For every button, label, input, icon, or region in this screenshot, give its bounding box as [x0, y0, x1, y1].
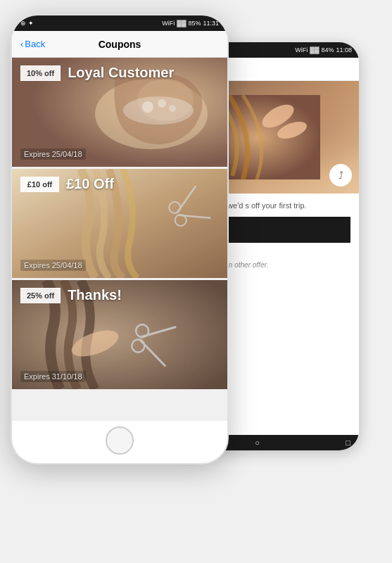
iphone-battery: 85% — [188, 20, 201, 27]
coupon-title-2: £10 Off — [66, 176, 114, 192]
iphone-status-left: ⊕ ✦ — [20, 20, 34, 27]
android-status-icons: WiFi ▓▓ 84% 11:08 — [295, 46, 352, 53]
android-time: 11:08 — [336, 46, 352, 53]
iphone-status-bar: ⊕ ✦ WiFi ▓▓ 85% 11:31 — [12, 15, 227, 31]
coupon-title-3: Thanks! — [68, 287, 122, 303]
coupon-header-1: 10% off Loyal Customer — [20, 65, 219, 81]
android-home-icon[interactable]: ○ — [255, 438, 260, 447]
iphone-nav-bar: ‹ Back Coupons — [12, 31, 227, 58]
coupon-header-3: 25% off Thanks! — [20, 287, 219, 303]
iphone-signal-icon: ▓▓ — [177, 20, 186, 27]
coupon-expires-2: Expires 25/04/18 — [20, 260, 86, 271]
coupon-badge-3: 25% off — [20, 288, 61, 303]
coupon-overlay-2: £10 off £10 Off Expires 25/04/18 — [12, 169, 227, 278]
iphone-content: 10% off Loyal Customer Expires 25/04/18 — [12, 58, 227, 421]
android-signal-icon: ▓▓ — [310, 46, 319, 53]
coupon-title-1: Loyal Customer — [68, 65, 174, 81]
android-wifi-icon: WiFi — [295, 46, 308, 53]
coupon-card-2[interactable]: £10 off £10 Off Expires 25/04/18 — [12, 169, 227, 278]
coupon-card-1[interactable]: 10% off Loyal Customer Expires 25/04/18 — [12, 58, 227, 167]
iphone-bluetooth-icon: ✦ — [28, 20, 34, 27]
iphone-wifi-icon: WiFi — [162, 20, 175, 27]
home-button[interactable] — [106, 426, 134, 455]
coupon-card-3[interactable]: 25% off Thanks! Expires 31/10/18 — [12, 280, 227, 389]
back-button[interactable]: ‹ Back — [20, 39, 45, 49]
android-recents-icon[interactable]: □ — [346, 438, 350, 447]
iphone-phone: ⊕ ✦ WiFi ▓▓ 85% 11:31 ‹ Back Coupons — [11, 14, 229, 464]
share-icon: ⤴ — [339, 170, 343, 181]
chevron-left-icon: ‹ — [20, 39, 23, 49]
coupon-header-2: £10 off £10 Off — [20, 176, 219, 192]
coupon-overlay-3: 25% off Thanks! Expires 31/10/18 — [12, 280, 227, 389]
iphone-time: 11:31 — [203, 20, 219, 27]
iphone-location-icon: ⊕ — [20, 20, 26, 27]
nav-title: Coupons — [99, 39, 141, 50]
coupon-badge-2: £10 off — [20, 177, 59, 192]
coupon-badge-1: 10% off — [20, 65, 61, 81]
coupon-expires-1: Expires 25/04/18 — [20, 148, 86, 160]
coupon-overlay-1: 10% off Loyal Customer Expires 25/04/18 — [12, 58, 227, 167]
share-button[interactable]: ⤴ — [329, 164, 352, 186]
android-battery: 84% — [321, 46, 334, 53]
back-label: Back — [25, 39, 45, 49]
coupon-expires-3: Expires 31/10/18 — [20, 371, 86, 382]
iphone-status-icons: WiFi ▓▓ 85% 11:31 — [162, 20, 219, 27]
